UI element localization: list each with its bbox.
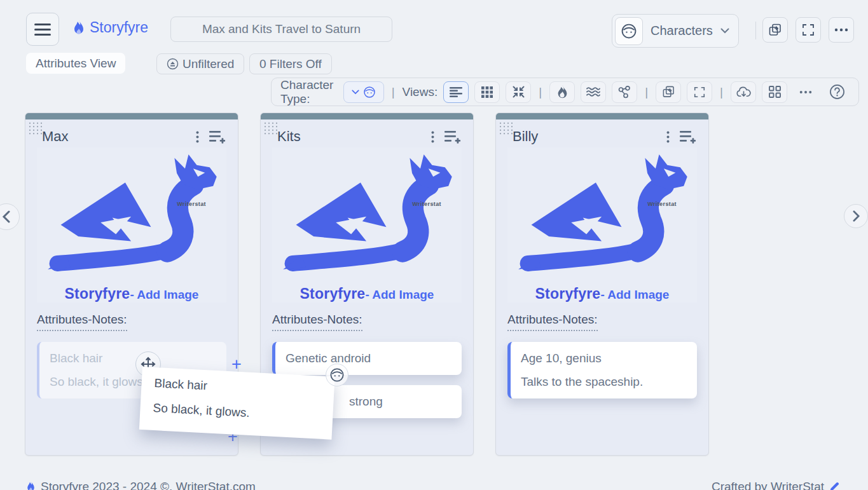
card-title: Kits <box>277 128 301 145</box>
help-button[interactable] <box>824 81 850 103</box>
image-watermark: Writerstat <box>647 201 677 207</box>
toolbar-divider: | <box>643 85 650 99</box>
views-label: Views: <box>403 85 438 99</box>
brand-name: Storyfyre <box>90 19 148 36</box>
fullscreen-button[interactable] <box>796 17 821 43</box>
card-drag-handle[interactable] <box>28 121 45 135</box>
card-drag-handle[interactable] <box>263 121 280 135</box>
fire-tool-button[interactable] <box>549 81 575 103</box>
copy-plus-icon <box>768 23 782 37</box>
card-image-placeholder[interactable]: Writerstat Storyfyre- Add Image <box>507 147 697 303</box>
character-type-dropdown[interactable] <box>343 81 384 103</box>
card-drag-handle[interactable] <box>499 121 515 135</box>
collapse-view-button[interactable] <box>506 81 531 103</box>
card-top-strip <box>261 113 473 119</box>
add-attribute-button[interactable] <box>444 130 462 144</box>
footer-credit[interactable]: Crafted by WriterStat <box>712 480 840 490</box>
help-icon <box>829 84 845 100</box>
dragon-logo <box>507 147 698 282</box>
note-card[interactable]: Age 10, genius Talks to the spaceship. <box>507 342 697 398</box>
dragon-logo <box>37 147 228 282</box>
list-view-icon <box>450 87 462 97</box>
waves-tool-button[interactable] <box>581 81 606 103</box>
note-card[interactable]: Genetic android <box>272 342 462 375</box>
duplicate-card-button[interactable] <box>656 81 681 103</box>
playlist-add-icon <box>680 130 697 144</box>
kebab-icon <box>196 131 199 143</box>
fullscreen-icon <box>693 86 706 99</box>
attributes-notes-heading[interactable]: Attributes-Notes: <box>37 313 127 331</box>
attributes-view-tab[interactable]: Attributes View <box>26 53 125 74</box>
waves-icon <box>586 86 600 97</box>
fullscreen-icon <box>801 23 815 37</box>
flame-icon <box>26 480 36 490</box>
share-tool-button[interactable] <box>612 81 637 103</box>
character-cards-row: Max <box>25 112 709 456</box>
chevron-down-icon <box>352 90 359 95</box>
four-squares-icon <box>769 86 781 98</box>
next-page-button[interactable] <box>844 204 868 228</box>
card-image-placeholder[interactable]: Writerstat Storyfyre- Add Image <box>272 147 462 303</box>
attributes-notes-heading[interactable]: Attributes-Notes: <box>272 313 362 331</box>
collection-label: Characters <box>651 24 713 38</box>
chevron-down-icon <box>720 28 729 34</box>
pencil-icon <box>829 481 840 490</box>
filters-off-button[interactable]: 0 Filters Off <box>249 53 332 74</box>
playlist-add-icon <box>209 130 226 144</box>
unfiltered-label: Unfiltered <box>183 57 234 71</box>
add-attribute-button[interactable] <box>209 130 226 144</box>
image-watermark: Writerstat <box>177 201 206 207</box>
list-view-button[interactable] <box>443 81 469 103</box>
character-card-billy: Billy <box>495 112 709 456</box>
kebab-icon <box>666 131 670 143</box>
duplicate-button[interactable] <box>762 17 788 43</box>
collection-dropdown[interactable]: Characters <box>612 14 739 48</box>
card-menu-button[interactable] <box>666 131 670 143</box>
card-top-strip <box>25 113 238 119</box>
prev-page-button[interactable] <box>0 203 20 230</box>
more-options-button[interactable] <box>829 17 854 43</box>
collapse-arrows-icon <box>513 86 525 98</box>
add-image-caption[interactable]: Storyfyre- Add Image <box>507 285 697 303</box>
add-attribute-button[interactable] <box>680 130 697 144</box>
flame-icon <box>72 20 85 36</box>
playlist-add-icon <box>444 130 462 144</box>
project-title-input[interactable]: Max and Kits Travel to Saturn <box>170 17 392 42</box>
grid-view-button[interactable] <box>474 81 500 103</box>
card-image-placeholder[interactable]: Writerstat Storyfyre- Add Image <box>37 147 226 303</box>
unfiltered-button[interactable]: Unfiltered <box>156 53 244 74</box>
flame-icon <box>556 85 568 99</box>
hamburger-menu-button[interactable] <box>26 13 59 46</box>
add-image-caption[interactable]: Storyfyre- Add Image <box>272 285 462 303</box>
toolbar-divider: | <box>390 85 397 99</box>
brand-logo[interactable]: Storyfyre <box>72 19 148 36</box>
character-face-icon <box>615 17 643 45</box>
ellipsis-icon <box>799 90 812 94</box>
image-watermark: Writerstat <box>412 201 441 207</box>
storyfyre-app: Storyfyre Max and Kits Travel to Saturn … <box>0 0 868 490</box>
footer-copyright: Storyfyre 2023 - 2024 ©. WriterStat.com <box>26 480 256 490</box>
add-image-caption[interactable]: Storyfyre- Add Image <box>37 285 226 303</box>
expand-cards-button[interactable] <box>687 81 712 103</box>
drag-preview-note: Black hair So black, it glows. <box>139 367 335 440</box>
drag-preview-line: So black, it glows. <box>153 401 320 424</box>
hamburger-icon <box>34 20 51 39</box>
ellipsis-icon <box>834 28 848 32</box>
attributes-notes-heading[interactable]: Attributes-Notes: <box>507 313 598 331</box>
character-face-icon <box>329 367 345 383</box>
drop-target-character-badge <box>326 364 348 386</box>
card-title: Max <box>42 128 69 145</box>
chevron-left-icon <box>2 210 11 223</box>
toolbar-more-button[interactable] <box>793 81 818 103</box>
card-menu-button[interactable] <box>196 131 199 143</box>
card-toolbar: Character Type: | Views: | <box>271 78 859 106</box>
cloud-download-button[interactable] <box>731 81 756 103</box>
character-face-icon <box>363 86 376 99</box>
toolbar-divider: | <box>718 85 725 99</box>
kebab-icon <box>431 131 434 143</box>
dashboard-button[interactable] <box>762 81 787 103</box>
grid-view-icon <box>481 86 493 98</box>
add-note-button[interactable]: + <box>231 356 242 373</box>
card-menu-button[interactable] <box>431 131 434 143</box>
dragon-logo <box>272 147 463 282</box>
